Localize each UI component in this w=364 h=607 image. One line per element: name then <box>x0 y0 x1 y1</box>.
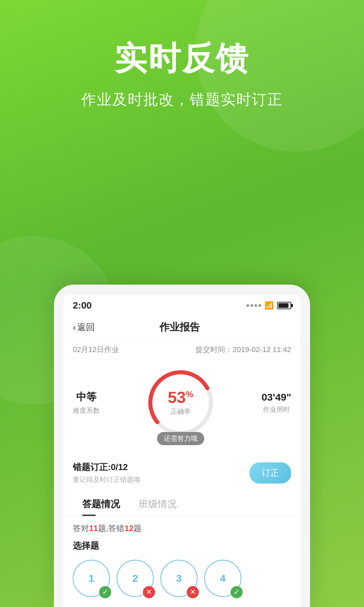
time-label: 作业用时 <box>262 405 291 414</box>
page-title: 作业报告 <box>95 320 264 334</box>
question-item-1[interactable]: 1 ✓ <box>73 560 110 597</box>
time-value: 03'49" <box>262 392 291 403</box>
correction-info: 错题订正:0/12 要记得及时订正错题哦 <box>73 461 140 484</box>
phone-screen: 2:00 📶 ‹ 返回 作业报告 <box>63 295 301 607</box>
correction-button[interactable]: 订正 <box>249 462 291 484</box>
battery-fill <box>278 303 289 308</box>
nav-bar: ‹ 返回 作业报告 <box>63 314 301 339</box>
question-status-4: ✓ <box>231 586 243 598</box>
difficulty-block: 中等 难度系数 <box>73 390 100 415</box>
signal-dot-4 <box>259 304 261 307</box>
score-section: 中等 难度系数 53% 正确率 还需努力哦 <box>63 359 301 443</box>
question-item-4[interactable]: 4 ✓ <box>204 560 241 597</box>
question-status-1: ✓ <box>99 586 111 598</box>
wifi-icon: 📶 <box>265 301 274 310</box>
question-type-label: 选择题 <box>63 537 301 556</box>
answer-stats: 答对11题,答错12题 <box>63 516 301 537</box>
header-section: 实时反馈 作业及时批改，错题实时订正 <box>0 0 364 110</box>
signal-dot-3 <box>254 304 257 307</box>
question-status-2: ✕ <box>143 586 155 598</box>
question-status-3: ✕ <box>187 586 199 598</box>
signal-icon <box>246 304 261 307</box>
assignment-date: 02月12日作业 <box>73 345 119 355</box>
question-item-2[interactable]: 2 ✕ <box>117 560 154 597</box>
question-item-3[interactable]: 3 ✕ <box>160 560 198 597</box>
time-block: 03'49" 作业用时 <box>262 392 291 414</box>
percent-value: 53% <box>168 389 194 406</box>
status-bar: 2:00 📶 <box>63 295 301 314</box>
wrong-count: 12 <box>124 524 133 533</box>
header-title: 实时反馈 <box>0 40 364 76</box>
tab-answer-status[interactable]: 答题情况 <box>73 490 129 516</box>
back-arrow-icon: ‹ <box>73 322 76 333</box>
circle-center: 53% 正确率 <box>168 389 194 416</box>
circle-progress: 53% 正确率 还需努力哦 <box>144 366 218 440</box>
status-time: 2:00 <box>73 300 92 311</box>
correction-row: 错题订正:0/12 要记得及时订正错题哦 订正 <box>63 453 301 489</box>
encouragement-tag: 还需努力哦 <box>157 432 204 445</box>
back-label: 返回 <box>77 321 95 333</box>
difficulty-label: 难度系数 <box>73 406 100 415</box>
tab-class-status[interactable]: 班级情况 <box>129 490 186 516</box>
phone-container: 2:00 📶 ‹ 返回 作业报告 <box>54 285 310 607</box>
assignment-submit-time: 提交时间：2019-02-12 11:42 <box>195 345 291 355</box>
header-subtitle: 作业及时批改，错题实时订正 <box>0 90 364 110</box>
signal-dot-2 <box>250 304 253 307</box>
back-button[interactable]: ‹ 返回 <box>73 321 95 333</box>
percent-label: 正确率 <box>168 407 194 416</box>
question-items: 1 ✓ 2 ✕ 3 ✕ 4 ✓ <box>63 556 301 607</box>
correct-count: 11 <box>89 524 98 533</box>
difficulty-value: 中等 <box>73 390 100 404</box>
status-icons: 📶 <box>246 301 291 310</box>
correction-hint: 要记得及时订正错题哦 <box>73 475 140 484</box>
battery-icon <box>277 302 291 309</box>
correction-title: 错题订正:0/12 <box>73 461 140 473</box>
signal-dot-1 <box>246 304 249 307</box>
tabs-row: 答题情况 班级情况 <box>63 490 301 516</box>
